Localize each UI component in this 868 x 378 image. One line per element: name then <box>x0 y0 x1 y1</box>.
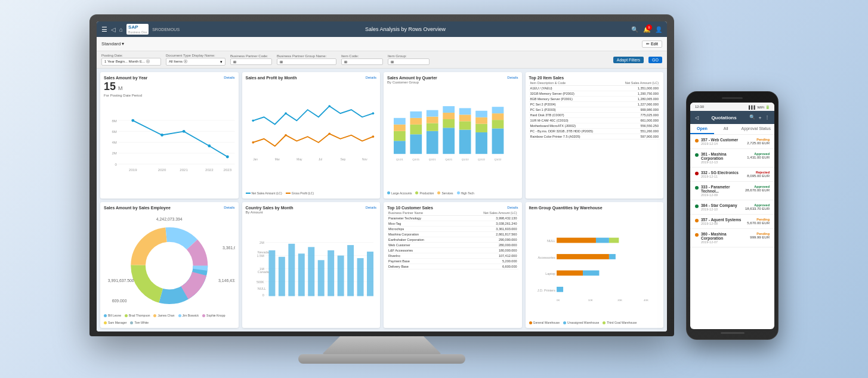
doc-type-input[interactable]: All Items ⓧ ▾ <box>166 58 226 66</box>
standard-dropdown[interactable]: Standard ▾ <box>101 41 124 47</box>
list-item[interactable]: 384 - Star Company 2019-12-10 Approved 1… <box>690 200 774 215</box>
app-title: Sales Analysis by Rows Overview <box>184 26 626 32</box>
details-link[interactable]: Details <box>507 76 518 79</box>
list-item[interactable]: 332 - SG Electronics 2019-12-11 Rejected… <box>690 168 774 182</box>
hamburger-icon[interactable]: ☰ <box>101 26 107 33</box>
table-row: RiverInc107,412.000 <box>387 253 518 258</box>
table-row: 8GB Memory Server (P2001)1,280,065.000 <box>529 97 660 102</box>
top20-items-card: Top 20 Item Sales Item Description & Cod… <box>526 72 664 199</box>
details-link[interactable]: Details <box>366 206 376 209</box>
legend-james: James Chan <box>153 314 174 317</box>
phone-add-icon[interactable]: ＋ <box>758 114 762 121</box>
edit-button[interactable]: ✏ Edit <box>642 41 662 48</box>
item-amount: 1,431.00 EUR <box>747 156 770 159</box>
bp-amount: 3,361,603.000 <box>455 226 518 231</box>
phone-menu-icon[interactable]: ⋮ <box>765 114 770 121</box>
go-button[interactable]: GO <box>648 57 662 63</box>
sap-logo: SAPBusiness One <box>126 24 149 35</box>
item-content: 333 - Parameter Technol... 2019-12-09 <box>701 185 743 197</box>
item-name: 8GB Memory Server (P2001) <box>529 97 614 102</box>
item-code-input[interactable]: ⊞ <box>341 58 383 65</box>
status-dot <box>695 153 699 157</box>
item-id: 360 - Mashina Corporation <box>701 232 747 240</box>
details-link[interactable]: Details <box>366 76 376 79</box>
svg-rect-45 <box>427 110 438 117</box>
card-header: Sales Amount by Year Details <box>104 76 235 80</box>
bp-code-input[interactable]: ⊞ <box>230 58 272 65</box>
legend-jim: Jim Boswick <box>178 314 199 317</box>
back-icon[interactable]: ◁ <box>111 26 116 33</box>
details-link[interactable]: Details <box>507 206 518 209</box>
svg-text:NULL: NULL <box>257 286 265 290</box>
item-code-icon: ⊞ <box>344 60 347 64</box>
tab-approval[interactable]: Approval Status <box>738 124 774 134</box>
svg-text:0: 0 <box>115 162 118 166</box>
svg-text:Jan: Jan <box>253 158 258 161</box>
svg-rect-100 <box>367 252 373 296</box>
warehouse-svg: NULL Accessories Laptop J.D. Printers <box>529 210 660 320</box>
item-amount: 28,670.00 EUR <box>745 188 770 192</box>
list-item[interactable]: 361 - Mashina Corporation 2019-12-13 App… <box>690 149 774 168</box>
svg-rect-37 <box>394 118 406 125</box>
sales-year-svg: 8M 6M 4M 2M 0 <box>104 97 235 195</box>
list-item[interactable]: 357 - Aquent Systems 2019-12-08 Pending … <box>690 215 774 229</box>
employee-legend: Bill Leone Brad Thompson James Chan Jim … <box>104 314 235 324</box>
notification-wrapper: 🔔 9 <box>643 26 650 33</box>
tab-all[interactable]: All <box>714 124 738 134</box>
svg-rect-48 <box>443 113 455 119</box>
col-item-desc: Item Description & Code <box>529 80 614 86</box>
table-row: L&F Accessories180,000.000 <box>387 247 518 253</box>
svg-text:Q1/22: Q1/22 <box>462 158 469 161</box>
svg-rect-52 <box>459 114 471 121</box>
search-icon[interactable]: 🔍 <box>631 26 638 33</box>
adapt-filters-button[interactable]: Adapt Filters <box>613 57 644 63</box>
item-date: 2019-12-09 <box>701 193 743 197</box>
posting-date-value: 1 Year Begin... Month E... ⓧ <box>104 59 150 64</box>
sales-profit-svg: Jan Mar May Jul Sep Nov <box>246 80 377 190</box>
legend-hitech: High Tech <box>457 191 474 195</box>
bp-amount: 6,600.000 <box>455 264 518 269</box>
list-item[interactable]: 357 - Web Customer 2019-12-14 Pending 2,… <box>690 135 774 149</box>
card-title: Sales Amount by Sales Employee <box>104 206 171 210</box>
posting-date-filter: Posting Date: 1 Year Begin... Month E...… <box>101 54 161 66</box>
bp-code-icon: ⊞ <box>233 60 236 64</box>
svg-point-25 <box>285 134 287 137</box>
svg-text:2022: 2022 <box>205 168 214 172</box>
list-item[interactable]: 360 - Mashina Corporation 2019-12-07 Pen… <box>690 229 774 247</box>
svg-rect-90 <box>268 250 275 296</box>
details-link[interactable]: Details <box>224 76 234 79</box>
details-link[interactable]: Details <box>224 206 234 209</box>
toolbar: Standard ▾ ✏ Edit <box>97 37 667 51</box>
posting-date-input[interactable]: 1 Year Begin... Month E... ⓧ <box>101 58 161 66</box>
home-icon[interactable]: ⌂ <box>119 26 123 33</box>
legend-label-large: Large Accounts <box>391 191 412 195</box>
svg-text:3,991,637.500: 3,991,637.500 <box>108 278 134 283</box>
svg-text:4M: 4M <box>112 140 116 144</box>
svg-point-20 <box>252 120 254 122</box>
card-header: Sales Amount by Sales Employee Details <box>104 206 235 210</box>
tab-open[interactable]: Open <box>690 124 714 134</box>
table-row: 32GB Memory Server (P2002)1,290,750.000 <box>529 91 660 97</box>
phone-search-icon[interactable]: 🔍 <box>749 114 755 121</box>
item-amount: 2,725.00 EUR <box>747 141 770 145</box>
item-group-warehouse-card: Item Group Quantities by Warehouse NULL … <box>526 202 664 329</box>
svg-text:4,242,073.394: 4,242,073.394 <box>156 217 183 221</box>
svg-rect-55 <box>475 124 487 132</box>
svg-rect-43 <box>427 123 438 131</box>
phone-tabs: Open All Approval Status <box>690 124 774 135</box>
svg-rect-92 <box>288 243 295 296</box>
card-header: Top 20 Item Sales <box>529 76 660 80</box>
table-row: PC Set 2 (P2004)1,227,060.000 <box>529 102 660 107</box>
item-name: 32GB Memory Server (P2002) <box>529 91 614 97</box>
card-header: Top 10 Customer Sales Details <box>387 206 518 210</box>
item-group-input[interactable]: ⊞ <box>388 58 430 65</box>
legend-item-sales: Net Sales Amount (LC) <box>246 191 282 195</box>
user-icon[interactable]: 👤 <box>655 26 662 33</box>
big-metric-value: 15 <box>104 80 116 93</box>
item-code-label: Item Code: <box>341 54 383 58</box>
bp-group-input[interactable]: ⊞ <box>277 58 336 65</box>
phone-back-icon[interactable]: ◁ <box>695 115 699 120</box>
phone-nav-title: Quotations <box>702 115 746 120</box>
card-title: Country Sales by Month <box>246 206 294 210</box>
list-item[interactable]: 333 - Parameter Technol... 2019-12-09 Ap… <box>690 182 774 200</box>
